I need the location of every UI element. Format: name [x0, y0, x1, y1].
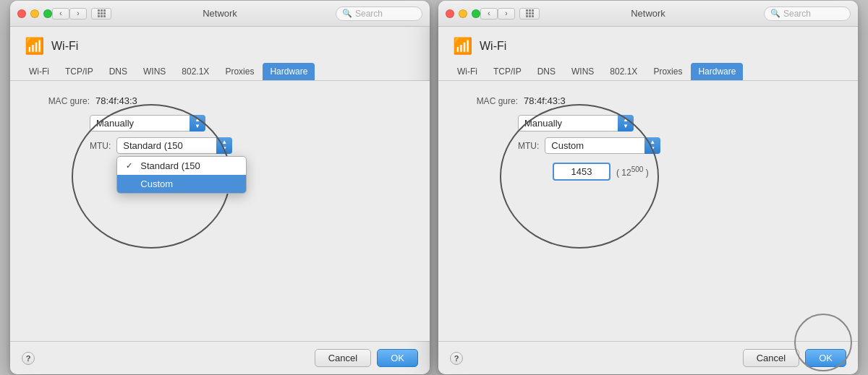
tab-wins-1[interactable]: WINS	[136, 63, 173, 80]
main-area-2: MAC gure: 78:4f:43:3 Manually ▲ ▼	[438, 81, 858, 341]
configure-dropdown-1[interactable]: Manually ▲ ▼	[90, 115, 205, 132]
tab-dns-1[interactable]: DNS	[102, 63, 135, 80]
tabs-bar-2: Wi-Fi TCP/IP DNS WINS 802.1X Proxies Har…	[438, 63, 858, 81]
titlebar-1: ‹ › Network 🔍 Search	[10, 1, 430, 27]
search-icon-2: 🔍	[770, 9, 780, 18]
back-button-2[interactable]: ‹	[480, 8, 498, 20]
configure-dropdown-arrow-2[interactable]: ▲ ▼	[618, 115, 634, 132]
back-button-1[interactable]: ‹	[52, 8, 69, 20]
minimize-button-2[interactable]	[459, 9, 467, 18]
mac-address-value-2: 78:4f:43:3	[524, 95, 566, 106]
search-placeholder-2: Search	[783, 9, 811, 19]
option-standard-1[interactable]: ✓ Standard (150	[117, 157, 246, 175]
mtu-input-field-2[interactable]	[553, 163, 610, 181]
window-title-2: Network	[631, 8, 665, 19]
mac-row-1: MAC gure: 78:4f:43:3	[32, 95, 408, 106]
wifi-icon-2: 📶	[453, 37, 472, 56]
minimize-button-1[interactable]	[30, 9, 39, 18]
option-custom-label-1: Custom	[140, 178, 173, 189]
mtu-dropdown-2[interactable]: Custom ▲ ▼	[545, 137, 660, 154]
tabs-bar-1: Wi-Fi TCP/IP DNS WINS 802.1X Proxies Har…	[10, 63, 430, 81]
option-custom-1[interactable]: Custom	[117, 175, 246, 193]
bottom-bar-1: ? Cancel OK	[10, 341, 430, 374]
mtu-label-1: MTU:	[90, 141, 111, 151]
window-1: ‹ › Network 🔍 Search 📶 Wi-Fi	[10, 1, 430, 374]
apps-button-2[interactable]	[519, 8, 540, 20]
cancel-button-1[interactable]: Cancel	[315, 349, 371, 367]
search-icon-1: 🔍	[342, 9, 352, 18]
tab-hardware-1[interactable]: Hardware	[263, 63, 315, 80]
mtu-dropdown-1[interactable]: Standard (150 ▲ ▼ ✓ Standard (150	[116, 137, 232, 154]
option-standard-label-1: Standard (150	[140, 160, 200, 171]
mtu-dropdown-value-1[interactable]: Standard (150	[116, 137, 232, 154]
wifi-label-1: Wi-Fi	[51, 40, 78, 53]
traffic-lights-2	[446, 9, 480, 18]
configure-dropdown-arrow-1[interactable]: ▲ ▼	[190, 115, 205, 132]
tab-8021x-2[interactable]: 802.1X	[603, 63, 644, 80]
wifi-label-2: Wi-Fi	[480, 40, 506, 53]
tab-8021x-1[interactable]: 802.1X	[174, 63, 216, 80]
titlebar-2: ‹ › Network 🔍 Search	[438, 1, 858, 27]
forward-button-1[interactable]: ›	[69, 8, 87, 20]
window-title-1: Network	[203, 8, 237, 19]
tab-proxies-1[interactable]: Proxies	[218, 63, 261, 80]
close-button-1[interactable]	[17, 9, 26, 18]
search-bar-1[interactable]: 🔍 Search	[336, 7, 422, 21]
tab-tcpip-1[interactable]: TCP/IP	[58, 63, 101, 80]
mtu-input-row-2: ( 12500 )	[518, 163, 836, 181]
grid-icon-1	[98, 9, 106, 17]
maximize-button-2[interactable]	[472, 9, 480, 18]
search-placeholder-1: Search	[355, 9, 383, 19]
window-content-1: 📶 Wi-Fi Wi-Fi TCP/IP DNS WINS 802.1X Pro…	[10, 27, 430, 374]
apps-button-1[interactable]	[91, 8, 111, 20]
window-content-2: 📶 Wi-Fi Wi-Fi TCP/IP DNS WINS 802.1X Pro…	[438, 27, 858, 374]
cancel-button-2[interactable]: Cancel	[743, 349, 799, 367]
mac-label-1: MAC gure:	[32, 96, 90, 106]
window-2: ‹ › Network 🔍 Search 📶 Wi-Fi	[438, 1, 858, 374]
configure-row-2: Manually ▲ ▼	[518, 115, 836, 132]
configure-value-1[interactable]: Manually	[90, 115, 205, 132]
mtu-dropdown-arrow-1[interactable]: ▲ ▼	[216, 137, 232, 154]
wifi-icon-1: 📶	[25, 37, 44, 56]
help-button-1[interactable]: ?	[22, 352, 35, 365]
configure-value-2[interactable]: Manually	[518, 115, 634, 132]
tab-wifi-2[interactable]: Wi-Fi	[450, 63, 485, 80]
mtu-label-2: MTU:	[518, 141, 539, 151]
tab-dns-2[interactable]: DNS	[530, 63, 563, 80]
ok-button-2[interactable]: OK	[805, 349, 846, 367]
close-button-2[interactable]	[446, 9, 454, 18]
maximize-button-1[interactable]	[43, 9, 52, 18]
tab-tcpip-2[interactable]: TCP/IP	[486, 63, 529, 80]
tab-proxies-2[interactable]: Proxies	[646, 63, 689, 80]
grid-icon-2	[526, 9, 534, 17]
configure-dropdown-2[interactable]: Manually ▲ ▼	[518, 115, 634, 132]
mtu-dropdown-arrow-2[interactable]: ▲ ▼	[644, 137, 660, 154]
bottom-buttons-1: Cancel OK	[315, 349, 418, 367]
forward-button-2[interactable]: ›	[498, 8, 515, 20]
mtu-selected-value-2[interactable]: Custom	[545, 137, 660, 154]
tab-hardware-2[interactable]: Hardware	[691, 63, 743, 80]
mtu-dropdown-popup-1: ✓ Standard (150 Custom	[116, 156, 247, 194]
mac-label-2: MAC gure:	[460, 96, 518, 106]
mtu-row-2: MTU: Custom ▲ ▼	[518, 137, 836, 154]
bottom-bar-2: ? Cancel OK	[438, 341, 858, 374]
search-bar-2[interactable]: 🔍 Search	[764, 7, 851, 21]
mtu-row-1: MTU: Standard (150 ▲ ▼ ✓ Standard (150	[90, 137, 408, 154]
tab-wins-2[interactable]: WINS	[564, 63, 601, 80]
mac-address-value-1: 78:4f:43:3	[95, 95, 137, 106]
mac-configure-row-2: MAC gure: 78:4f:43:3	[460, 95, 836, 106]
wifi-header-1: 📶 Wi-Fi	[10, 27, 430, 63]
main-area-1: MAC gure: 78:4f:43:3 Manually ▲ ▼	[10, 81, 430, 341]
checkmark-standard-1: ✓	[126, 161, 136, 171]
wifi-header-2: 📶 Wi-Fi	[438, 27, 858, 63]
help-button-2[interactable]: ?	[450, 352, 463, 365]
mtu-range-label-2: ( 12500 )	[616, 165, 649, 178]
traffic-lights-1	[17, 9, 52, 18]
configure-row-1: Manually ▲ ▼	[90, 115, 408, 132]
tab-wifi-1[interactable]: Wi-Fi	[22, 63, 56, 80]
ok-button-1[interactable]: OK	[377, 349, 418, 367]
bottom-buttons-2: Cancel OK	[743, 349, 846, 367]
